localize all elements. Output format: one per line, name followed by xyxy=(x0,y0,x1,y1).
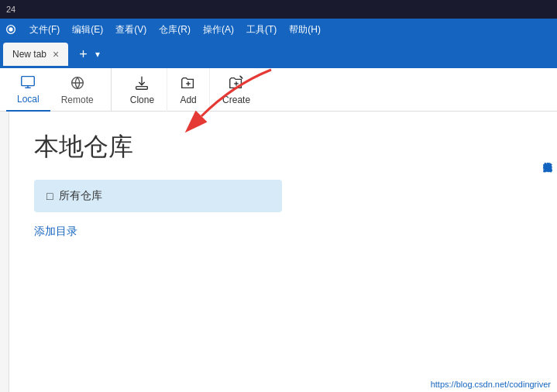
tab-bar: New tab × + ▾ xyxy=(0,40,557,68)
menu-view[interactable]: 查看(V) xyxy=(109,20,153,40)
tab-close-button[interactable]: × xyxy=(53,49,59,60)
svg-rect-5 xyxy=(136,86,148,89)
tab-dropdown-button[interactable]: ▾ xyxy=(92,46,103,63)
svg-line-10 xyxy=(240,75,243,78)
toolbar: Local Remote Clone xyxy=(0,68,557,112)
title-bar-text: 24 xyxy=(6,5,15,14)
new-tab[interactable]: New tab × xyxy=(3,43,68,66)
menu-tools[interactable]: 工具(T) xyxy=(240,20,283,40)
menu-bar: 文件(F) 编辑(E) 查看(V) 仓库(R) 操作(A) 工具(T) 帮助(H… xyxy=(0,19,557,40)
menu-repo[interactable]: 仓库(R) xyxy=(153,20,197,40)
local-icon xyxy=(19,74,36,91)
local-label: Local xyxy=(17,94,40,105)
remote-label: Remote xyxy=(61,95,94,105)
create-button[interactable]: Create xyxy=(210,68,263,112)
clone-button[interactable]: Clone xyxy=(118,68,167,112)
menu-edit[interactable]: 编辑(E) xyxy=(66,20,109,40)
add-icon xyxy=(180,74,197,91)
new-tab-button[interactable]: + xyxy=(74,45,92,64)
menu-actions[interactable]: 操作(A) xyxy=(197,20,240,40)
clone-label: Clone xyxy=(130,95,154,105)
content-area: 本地仓库 □ 所有仓库 添加目录 xyxy=(9,112,557,392)
all-repos-label: 所有仓库 xyxy=(59,189,102,203)
create-icon xyxy=(228,74,245,91)
add-directory-link[interactable]: 添加目录 xyxy=(34,222,532,242)
menu-file[interactable]: 文件(F) xyxy=(23,20,66,40)
app-logo xyxy=(3,22,19,37)
left-sidebar xyxy=(0,112,9,392)
add-button[interactable]: Add xyxy=(167,68,210,112)
svg-point-1 xyxy=(9,27,12,31)
local-remote-group: Local Remote xyxy=(6,68,112,112)
tab-label: New tab xyxy=(12,49,46,60)
tool-actions: Clone Add Create xyxy=(112,68,263,112)
menu-help[interactable]: 帮助(H) xyxy=(283,20,327,40)
remote-button[interactable]: Remote xyxy=(50,68,105,112)
repo-folder-icon: □ xyxy=(46,190,53,202)
url-bar: https://blog.csdn.net/codingriver xyxy=(425,377,557,392)
all-repos-item[interactable]: □ 所有仓库 xyxy=(34,180,282,212)
remote-icon xyxy=(69,74,86,91)
local-button[interactable]: Local xyxy=(6,68,50,112)
title-bar: 24 xyxy=(0,0,557,19)
svg-rect-2 xyxy=(22,76,35,85)
create-label: Create xyxy=(222,95,250,105)
main-content: 本地仓库 □ 所有仓库 添加目录 xyxy=(0,112,557,392)
page-title: 本地仓库 xyxy=(34,130,532,164)
add-label: Add xyxy=(180,95,196,105)
clone-icon xyxy=(133,74,150,91)
